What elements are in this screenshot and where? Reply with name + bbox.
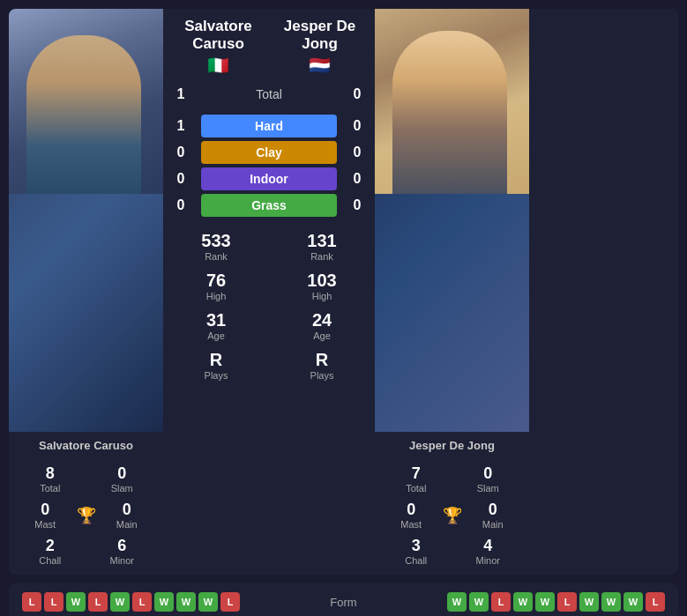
grass-right-score: 0: [344, 197, 370, 213]
clay-left-score: 0: [168, 145, 194, 160]
right-player-photo: [375, 9, 529, 432]
right-chall-cell: 3 Chall: [380, 537, 452, 566]
right-rank-val: 131: [273, 231, 370, 251]
right-slam-lbl: Slam: [452, 483, 525, 494]
total-left-score: 1: [168, 86, 194, 102]
left-chall-cell: 2 Chall: [14, 537, 86, 566]
clay-right-score: 0: [344, 145, 370, 160]
right-form-badge-w: W: [624, 592, 643, 612]
left-rank-val: 533: [168, 231, 265, 251]
left-high-val: 76: [168, 271, 265, 291]
right-form-badge-l: L: [557, 592, 577, 612]
left-rank-lbl: Rank: [168, 251, 265, 262]
right-player-name: Jesper De Jong: [375, 432, 529, 456]
clay-row: 0 Clay 0: [168, 141, 370, 164]
right-chall-val: 3: [380, 537, 452, 555]
form-section: LLWLWLWWWL Form WWLWWLWWWL: [9, 583, 678, 616]
left-high-lbl: High: [168, 291, 265, 301]
hard-right-score: 0: [344, 118, 370, 134]
right-photo-placeholder: [375, 9, 529, 194]
left-center-stats: 533 Rank 76 High 31 Age R Plays: [168, 231, 265, 381]
left-main-val: 0: [96, 501, 159, 519]
left-plays-val: R: [168, 350, 265, 370]
left-form-badge-w: W: [110, 592, 130, 612]
right-chall-lbl: Chall: [380, 555, 452, 566]
left-mast-cell: 0 Mast: [14, 501, 77, 530]
left-main-lbl: Main: [96, 519, 159, 530]
right-form-badge-l: L: [646, 592, 665, 612]
right-form-badges: WWLWWLWWWL: [447, 592, 665, 612]
right-form-badge-w: W: [535, 592, 555, 612]
clay-badge: Clay: [201, 141, 337, 164]
left-age-lbl: Age: [168, 330, 265, 341]
indoor-right-score: 0: [344, 171, 370, 187]
right-form-badge-w: W: [601, 592, 621, 612]
right-form-badge-w: W: [469, 592, 489, 612]
right-slam-cell: 0 Slam: [452, 464, 525, 494]
left-form-badge-w: W: [198, 592, 218, 612]
left-trophy-icon: 🏆: [77, 506, 96, 525]
player-comparison: Salvatore Caruso 8 Total 0 Slam 0: [9, 9, 678, 575]
left-photo-placeholder: [9, 9, 163, 194]
right-rank-lbl: Rank: [273, 251, 370, 262]
right-trophy-icon: 🏆: [443, 506, 462, 525]
left-form-badge-w: W: [66, 592, 86, 612]
right-minor-lbl: Minor: [452, 555, 525, 566]
right-name-header-line2: Jong: [269, 35, 370, 53]
right-total-lbl: Total: [380, 483, 452, 494]
center-column: Salvatore Caruso 🇮🇹 Jesper De Jong 🇳🇱 1 …: [163, 9, 375, 575]
main-container: Salvatore Caruso 8 Total 0 Slam 0: [0, 0, 687, 616]
right-name-header-line1: Jesper De: [269, 18, 370, 35]
right-slam-val: 0: [452, 464, 525, 483]
left-name-header-line1: Salvatore: [168, 18, 269, 35]
left-minor-val: 6: [86, 537, 159, 555]
hard-badge: Hard: [201, 115, 337, 137]
left-total-cell: 8 Total: [14, 464, 86, 494]
hard-row: 1 Hard 0: [168, 115, 370, 137]
left-stats-area: 8 Total 0 Slam 0 Mast 🏆: [9, 456, 163, 575]
right-form-badge-l: L: [491, 592, 511, 612]
left-slam-cell: 0 Slam: [86, 464, 159, 494]
total-label: Total: [194, 87, 344, 101]
right-form-badge-w: W: [447, 592, 467, 612]
right-high-val: 103: [273, 271, 370, 291]
left-slam-val: 0: [86, 464, 159, 483]
surfaces-block: 1 Hard 0 0 Clay 0 0 Indoor 0 0 Grass: [168, 111, 370, 220]
left-mast-val: 0: [14, 501, 77, 519]
right-center-stats: 131 Rank 103 High 24 Age R Plays: [273, 231, 370, 381]
form-label: Form: [330, 596, 356, 609]
right-plays-lbl: Plays: [273, 370, 370, 381]
form-row: LLWLWLWWWL Form WWLWWLWWWL: [22, 592, 665, 612]
grass-row: 0 Grass 0: [168, 194, 370, 217]
indoor-left-score: 0: [168, 171, 194, 187]
right-plays-val: R: [273, 350, 370, 370]
right-form-badge-w: W: [579, 592, 599, 612]
right-minor-val: 4: [452, 537, 525, 555]
left-form-badge-w: W: [154, 592, 174, 612]
left-minor-cell: 6 Minor: [86, 537, 159, 566]
left-form-badge-l: L: [220, 592, 240, 612]
left-flag: 🇮🇹: [168, 53, 269, 79]
right-stats-area: 7 Total 0 Slam 0 Mast 🏆: [375, 456, 529, 575]
left-total-lbl: Total: [14, 483, 86, 494]
right-mast-cell: 0 Mast: [380, 501, 443, 530]
right-flag: 🇳🇱: [269, 53, 370, 79]
left-minor-lbl: Minor: [86, 555, 159, 566]
right-minor-cell: 4 Minor: [452, 537, 525, 566]
right-player-panel: Jesper De Jong 7 Total 0 Slam 0: [375, 9, 529, 575]
right-high-lbl: High: [273, 291, 370, 301]
left-form-badge-l: L: [22, 592, 41, 612]
right-total-cell: 7 Total: [380, 464, 452, 494]
left-form-badge-l: L: [132, 592, 152, 612]
left-form-badge-w: W: [176, 592, 196, 612]
grass-badge: Grass: [201, 194, 337, 217]
left-chall-val: 2: [14, 537, 86, 555]
hard-left-score: 1: [168, 118, 194, 134]
indoor-badge: Indoor: [201, 167, 337, 190]
right-mast-val: 0: [380, 501, 443, 519]
right-age-val: 24: [273, 310, 370, 330]
left-player-panel: Salvatore Caruso 8 Total 0 Slam 0: [9, 9, 163, 575]
left-form-badge-l: L: [88, 592, 108, 612]
right-mast-lbl: Mast: [380, 519, 443, 530]
left-total-val: 8: [14, 464, 86, 483]
